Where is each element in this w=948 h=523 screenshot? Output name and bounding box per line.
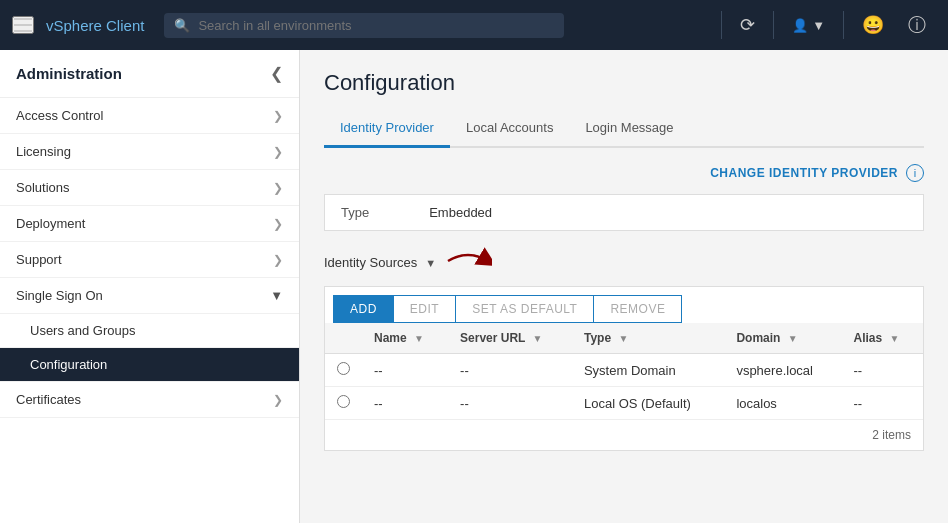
chevron-right-icon: ❯	[273, 393, 283, 407]
row-radio-1[interactable]	[337, 362, 350, 375]
table-row: -- -- Local OS (Default) localos --	[325, 387, 923, 420]
table-body: -- -- System Domain vsphere.local -- -- …	[325, 354, 923, 420]
sidebar-sub-label: Users and Groups	[30, 323, 136, 338]
table-header: Name ▼ Server URL ▼ Type ▼ Domain	[325, 323, 923, 354]
cell-server-url: --	[448, 387, 572, 420]
chevron-down-icon: ▼	[425, 257, 436, 269]
filter-domain-icon[interactable]: ▼	[788, 333, 798, 344]
cell-alias: --	[842, 387, 923, 420]
search-area: 🔍	[164, 13, 564, 38]
arrow-icon	[444, 247, 492, 278]
action-buttons: ADD EDIT SET AS DEFAULT REMOVE	[333, 295, 682, 323]
radio-cell	[325, 387, 362, 420]
page-title: Configuration	[324, 70, 924, 96]
app-name: vSphere Client	[46, 17, 144, 34]
cell-type: Local OS (Default)	[572, 387, 724, 420]
chevron-right-icon: ❯	[273, 217, 283, 231]
user-icon: 👤	[792, 18, 808, 33]
search-input[interactable]	[198, 18, 554, 33]
chevron-down-icon: ▼	[270, 288, 283, 303]
tabs: Identity Provider Local Accounts Login M…	[324, 112, 924, 148]
sidebar-item-certificates[interactable]: Certificates ❯	[0, 382, 299, 418]
change-identity-provider-button[interactable]: CHANGE IDENTITY PROVIDER	[710, 166, 898, 180]
identity-sources-label: Identity Sources	[324, 255, 417, 270]
cell-server-url: --	[448, 354, 572, 387]
change-idp-row: CHANGE IDENTITY PROVIDER i	[324, 164, 924, 182]
col-domain: Domain ▼	[724, 323, 841, 354]
remove-button[interactable]: REMOVE	[593, 296, 681, 322]
identity-sources-header: Identity Sources ▼	[324, 247, 924, 278]
add-button[interactable]: ADD	[334, 296, 393, 322]
col-server-url: Server URL ▼	[448, 323, 572, 354]
sidebar-sub-label: Configuration	[30, 357, 107, 372]
radio-cell	[325, 354, 362, 387]
tab-local-accounts[interactable]: Local Accounts	[450, 112, 569, 148]
table-footer: 2 items	[325, 419, 923, 450]
sidebar-item-solutions[interactable]: Solutions ❯	[0, 170, 299, 206]
help-button[interactable]: ⓘ	[898, 7, 936, 43]
filter-alias-icon[interactable]: ▼	[890, 333, 900, 344]
sidebar-sso-label: Single Sign On	[16, 288, 103, 303]
sidebar-item-support[interactable]: Support ❯	[0, 242, 299, 278]
user-dropdown-icon: ▼	[812, 18, 825, 33]
chevron-right-icon: ❯	[273, 181, 283, 195]
chevron-right-icon: ❯	[273, 145, 283, 159]
sidebar-item-label: Support	[16, 252, 62, 267]
user-menu-button[interactable]: 👤 ▼	[782, 12, 835, 39]
action-buttons-row: ADD EDIT SET AS DEFAULT REMOVE	[325, 287, 923, 323]
sidebar-item-label: Access Control	[16, 108, 103, 123]
cell-name: --	[362, 387, 448, 420]
type-value: Embedded	[429, 205, 492, 220]
sidebar-sub-item-users-groups[interactable]: Users and Groups	[0, 314, 299, 348]
top-nav: vSphere Client 🔍 ⟳ 👤 ▼ 😀 ⓘ	[0, 0, 948, 50]
cell-domain: vsphere.local	[724, 354, 841, 387]
filter-type-icon[interactable]: ▼	[618, 333, 628, 344]
sidebar-item-label: Solutions	[16, 180, 69, 195]
sidebar-item-licensing[interactable]: Licensing ❯	[0, 134, 299, 170]
sidebar-title: Administration	[16, 65, 122, 82]
col-type: Type ▼	[572, 323, 724, 354]
divider3	[843, 11, 844, 39]
info-icon[interactable]: i	[906, 164, 924, 182]
cell-type: System Domain	[572, 354, 724, 387]
row-radio-2[interactable]	[337, 395, 350, 408]
main-layout: Administration ❮ Access Control ❯ Licens…	[0, 50, 948, 523]
sidebar-item-access-control[interactable]: Access Control ❯	[0, 98, 299, 134]
sidebar-item-label: Certificates	[16, 392, 81, 407]
filter-name-icon[interactable]: ▼	[414, 333, 424, 344]
refresh-button[interactable]: ⟳	[730, 8, 765, 42]
sidebar-collapse-button[interactable]: ❮	[270, 64, 283, 83]
col-alias: Alias ▼	[842, 323, 923, 354]
divider2	[773, 11, 774, 39]
col-select	[325, 323, 362, 354]
set-default-button[interactable]: SET AS DEFAULT	[455, 296, 593, 322]
cell-domain: localos	[724, 387, 841, 420]
sidebar-item-label: Licensing	[16, 144, 71, 159]
sidebar-sub-item-configuration[interactable]: Configuration	[0, 348, 299, 382]
cell-alias: --	[842, 354, 923, 387]
filter-url-icon[interactable]: ▼	[533, 333, 543, 344]
chevron-right-icon: ❯	[273, 253, 283, 267]
sidebar-item-sso[interactable]: Single Sign On ▼	[0, 278, 299, 314]
cell-name: --	[362, 354, 448, 387]
type-label: Type	[341, 205, 369, 220]
smiley-icon-button[interactable]: 😀	[852, 8, 894, 42]
sidebar-item-deployment[interactable]: Deployment ❯	[0, 206, 299, 242]
divider	[721, 11, 722, 39]
sidebar-header: Administration ❮	[0, 50, 299, 98]
type-row: Type Embedded	[324, 194, 924, 231]
tab-login-message[interactable]: Login Message	[569, 112, 689, 148]
identity-sources-table-container: ADD EDIT SET AS DEFAULT REMOVE Name ▼	[324, 286, 924, 451]
sidebar: Administration ❮ Access Control ❯ Licens…	[0, 50, 300, 523]
content-area: Configuration Identity Provider Local Ac…	[300, 50, 948, 523]
chevron-right-icon: ❯	[273, 109, 283, 123]
table-row: -- -- System Domain vsphere.local --	[325, 354, 923, 387]
search-icon: 🔍	[174, 18, 190, 33]
right-icons: ⟳ 👤 ▼ 😀 ⓘ	[717, 7, 936, 43]
hamburger-menu[interactable]	[12, 16, 34, 34]
identity-sources-table: Name ▼ Server URL ▼ Type ▼ Domain	[325, 323, 923, 419]
edit-button[interactable]: EDIT	[393, 296, 455, 322]
col-name: Name ▼	[362, 323, 448, 354]
tab-identity-provider[interactable]: Identity Provider	[324, 112, 450, 148]
sidebar-item-label: Deployment	[16, 216, 85, 231]
